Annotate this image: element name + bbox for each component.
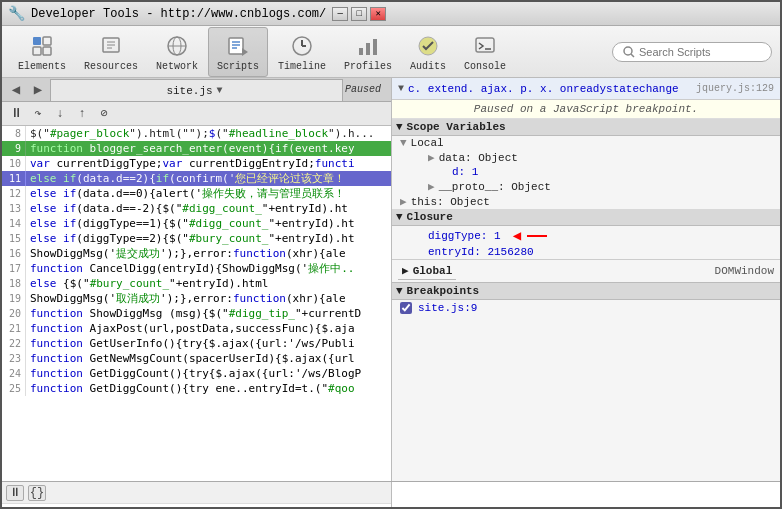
file-tab-arrow[interactable]: ▼ — [213, 85, 227, 96]
profiles-tool[interactable]: Profiles — [336, 28, 400, 76]
paused-msg-text: Paused on a JavaScript breakpoint. — [474, 103, 698, 115]
data-d-label: d: 1 — [452, 166, 478, 178]
scripts-tool[interactable]: Scripts — [208, 27, 268, 77]
breakpoint-file: site.js:9 — [418, 302, 477, 314]
code-line-9[interactable]: 9 function blogger_search_enter(event){i… — [2, 141, 391, 156]
code-line-8: 8 $("#pager_block").html("");$("#headlin… — [2, 126, 391, 141]
code-line-17: 17 function CancelDigg(entryId){ShowDigg… — [2, 261, 391, 276]
code-line-13: 13 else if(data.d==-2){$("#digg_count_"+… — [2, 201, 391, 216]
file-tab[interactable]: site.js ▼ — [50, 79, 343, 101]
svg-rect-1 — [43, 37, 51, 45]
console-content: ▶ diggType = 2 2 你可以在控制台中对局部变量、闭包变量进行修改，… — [2, 504, 391, 509]
elements-tool[interactable]: Elements — [10, 28, 74, 76]
scope-title: Scope Variables — [407, 121, 506, 133]
breakpoints-section: ▼ Breakpoints site.js:9 — [392, 282, 780, 316]
resources-label: Resources — [84, 61, 138, 72]
code-line-19: 19 ShowDiggMsg('取消成功');},error:function(… — [2, 291, 391, 306]
code-area: 8 $("#pager_block").html("");$("#headlin… — [2, 126, 391, 481]
digg-type-item: diggType: 1 ◀ — [392, 226, 780, 245]
data-object[interactable]: ▶ data: Object — [392, 150, 780, 165]
code-line-12: 12 else if(data.d==0){alert('操作失败，请与管理员联… — [2, 186, 391, 201]
svg-rect-21 — [373, 39, 377, 55]
console-pause-btn[interactable]: ⏸ — [6, 485, 24, 501]
call-stack-file: jquery.js:129 — [696, 83, 774, 94]
timeline-tool[interactable]: Timeline — [270, 28, 334, 76]
scripts-label: Scripts — [217, 61, 259, 72]
local-group[interactable]: ▼ Local — [392, 136, 780, 150]
breakpoint-checkbox[interactable] — [400, 302, 412, 314]
scope-header[interactable]: ▼ Scope Variables — [392, 119, 780, 136]
svg-rect-20 — [366, 43, 370, 55]
window-controls: ─ □ ✕ — [332, 7, 386, 21]
code-line-18: 18 else {$("#bury_count_"+entryId).html — [2, 276, 391, 291]
prev-tab-button[interactable]: ◀ — [6, 81, 26, 99]
pause-resume-button[interactable]: ⏸ — [6, 105, 26, 123]
console-icon — [471, 32, 499, 60]
close-button[interactable]: ✕ — [370, 7, 386, 21]
search-input[interactable] — [639, 46, 759, 58]
code-line-15: 15 else if(diggType==2){$("#bury_count_"… — [2, 231, 391, 246]
elements-label: Elements — [18, 61, 66, 72]
audits-label: Audits — [410, 61, 446, 72]
breakpoints-title: Breakpoints — [407, 285, 480, 297]
code-line-23: 23 function GetNewMsgCount(spacerUserId)… — [2, 351, 391, 366]
call-stack: ▼ c. extend. ajax. p. x. onreadystatecha… — [392, 78, 780, 100]
tab-bar: ◀ ▶ site.js ▼ Paused — [2, 78, 391, 102]
debug-toolbar: ⏸ ↷ ↓ ↑ ⊘ — [2, 102, 391, 126]
entry-id-label: entryId: 2156280 — [428, 246, 534, 258]
code-line-24: 24 function GetDiggCount(){try{$.ajax({u… — [2, 366, 391, 381]
step-over-button[interactable]: ↷ — [28, 105, 48, 123]
breakpoint-item: site.js:9 — [392, 300, 780, 316]
digg-type-label: diggType: 1 — [428, 230, 501, 242]
file-tab-label: site.js — [166, 85, 212, 97]
svg-point-25 — [624, 47, 632, 55]
closure-arrow: ▼ — [396, 211, 403, 223]
svg-rect-11 — [229, 38, 243, 54]
main-area: ◀ ▶ site.js ▼ Paused ⏸ ↷ ↓ ↑ ⊘ 8 $("#pag… — [2, 78, 780, 481]
code-line-11[interactable]: 11 else if(data.d==2){if(confirm('您已经评论过… — [2, 171, 391, 186]
next-tab-button[interactable]: ▶ — [28, 81, 48, 99]
paused-badge: Paused — [345, 84, 387, 95]
search-box[interactable] — [612, 42, 772, 62]
this-label: this: Object — [411, 196, 490, 208]
elements-icon — [28, 32, 56, 60]
global-header[interactable]: ▶ Global — [398, 262, 456, 280]
app-icon: 🔧 — [8, 5, 25, 22]
audits-tool[interactable]: Audits — [402, 28, 454, 76]
svg-rect-0 — [33, 37, 41, 45]
proto-object[interactable]: ▶ __proto__: Object — [392, 179, 780, 194]
profiles-label: Profiles — [344, 61, 392, 72]
scope-section: ▼ Scope Variables ▼ Local ▶ data: Object… — [392, 119, 780, 481]
console-tool[interactable]: Console — [456, 28, 514, 76]
console-controls: ⏸ {} — [2, 482, 391, 504]
title-text: Developer Tools - http://www.cnblogs.com… — [31, 7, 326, 21]
svg-rect-2 — [33, 47, 41, 55]
closure-title: Closure — [407, 211, 453, 223]
step-out-button[interactable]: ↑ — [72, 105, 92, 123]
network-tool[interactable]: Network — [148, 28, 206, 76]
title-bar: 🔧 Developer Tools - http://www.cnblogs.c… — [2, 2, 780, 26]
code-line-10: 10 var currentDiggType;var currentDiggEn… — [2, 156, 391, 171]
console-left: ⏸ {} ▶ diggType = 2 2 你可以在控制台中对局部变量、闭包变量… — [2, 482, 392, 509]
this-object[interactable]: ▶ this: Object — [392, 194, 780, 209]
closure-header[interactable]: ▼ Closure — [392, 209, 780, 226]
timeline-icon — [288, 32, 316, 60]
resources-tool[interactable]: Resources — [76, 28, 146, 76]
svg-line-26 — [631, 54, 634, 57]
minimize-button[interactable]: ─ — [332, 7, 348, 21]
console-right — [392, 482, 780, 509]
resources-icon — [97, 32, 125, 60]
scope-arrow: ▼ — [396, 121, 403, 133]
breakpoints-header[interactable]: ▼ Breakpoints — [392, 283, 780, 300]
console-js-btn[interactable]: {} — [28, 485, 46, 501]
maximize-button[interactable]: □ — [351, 7, 367, 21]
timeline-label: Timeline — [278, 61, 326, 72]
deactivate-breakpoints-button[interactable]: ⊘ — [94, 105, 114, 123]
main-toolbar: Elements Resources Network Scripts Timel… — [2, 26, 780, 78]
step-into-button[interactable]: ↓ — [50, 105, 70, 123]
svg-rect-19 — [359, 48, 363, 55]
svg-marker-15 — [242, 48, 248, 56]
proto-label: __proto__: Object — [439, 181, 551, 193]
code-line-22: 22 function GetUserInfo(){try{$.ajax({ur… — [2, 336, 391, 351]
profiles-icon — [354, 32, 382, 60]
